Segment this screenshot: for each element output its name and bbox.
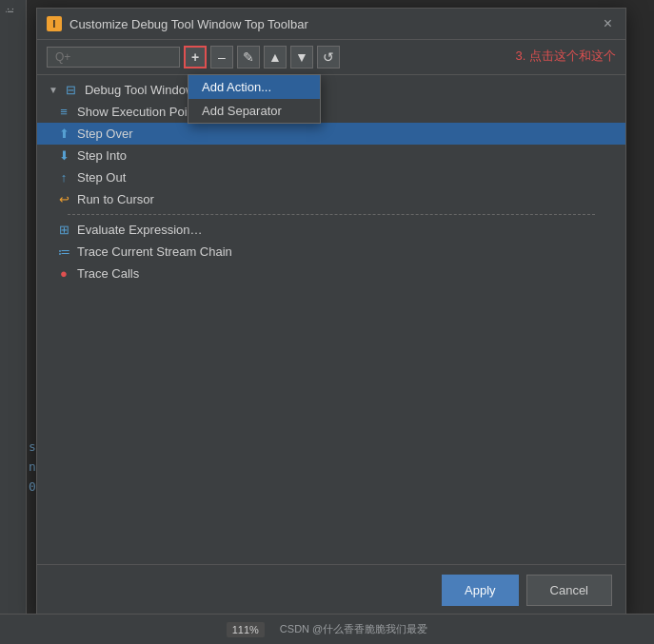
tree-item-trace-chain-label: Trace Current Stream Chain xyxy=(77,244,232,259)
left-sidebar-strip: i: xyxy=(0,0,27,644)
step-into-icon: ⬇ xyxy=(56,148,71,163)
apply-button[interactable]: Apply xyxy=(442,575,519,606)
edit-button[interactable]: ✎ xyxy=(237,46,260,68)
move-down-button[interactable]: ▼ xyxy=(290,46,313,68)
csdn-watermark: CSDN @什么香香脆脆我们最爱 xyxy=(280,622,427,636)
zoom-level: 111% xyxy=(227,622,265,637)
trace-calls-icon: ● xyxy=(56,266,71,281)
reset-button[interactable]: ↺ xyxy=(317,46,340,68)
tree-item-evaluate-expression[interactable]: ⊞ Evaluate Expression… xyxy=(37,219,625,241)
move-up-button[interactable]: ▲ xyxy=(264,46,287,68)
tree-item-step-out-label: Step Out xyxy=(77,170,126,185)
dropdown-item-add-separator[interactable]: Add Separator xyxy=(188,99,320,123)
tree-item-run-to-cursor-label: Run to Cursor xyxy=(77,192,154,206)
bottom-taskbar: 111% CSDN @什么香香脆脆我们最爱 xyxy=(0,614,654,644)
step-over-icon: ⬆ xyxy=(56,127,71,141)
dropdown-item-add-action[interactable]: Add Action... xyxy=(188,75,320,99)
show-exec-icon: ≡ xyxy=(56,105,71,119)
dialog-title: Customize Debug Tool Window Top Toolbar xyxy=(69,17,592,31)
tree-item-trace-chain[interactable]: ≔ Trace Current Stream Chain xyxy=(37,241,625,263)
root-icon: ⊟ xyxy=(64,83,79,97)
app-icon: I xyxy=(47,16,62,31)
close-button[interactable]: × xyxy=(600,14,616,33)
tree-item-evaluate-expression-label: Evaluate Expression… xyxy=(77,223,203,237)
tree-item-step-into-label: Step Into xyxy=(77,148,127,163)
run-cursor-icon: ↩ xyxy=(56,192,71,206)
tree-item-step-over-label: Step Over xyxy=(77,127,133,141)
step-out-icon: ↑ xyxy=(56,170,71,185)
tree-item-step-over[interactable]: ⬆ Step Over xyxy=(37,123,625,145)
search-input[interactable] xyxy=(47,47,180,68)
remove-button[interactable]: – xyxy=(210,46,233,68)
tree-item-step-into[interactable]: ⬇ Step Into xyxy=(37,145,625,166)
tree-separator-1 xyxy=(68,214,595,215)
tree-item-show-execution-label: Show Execution Poi… xyxy=(77,105,200,119)
tree-item-trace-calls-label: Trace Calls xyxy=(77,266,139,281)
cancel-button[interactable]: Cancel xyxy=(526,575,612,606)
tree-area: ▼ ⊟ Debug Tool Window Top … ≡ Show Execu… xyxy=(37,75,625,564)
dialog-titlebar: I Customize Debug Tool Window Top Toolba… xyxy=(37,9,625,40)
add-button[interactable]: + xyxy=(184,46,207,68)
annotation-text: 3. 点击这个和这个 xyxy=(516,48,616,65)
add-dropdown-menu: Add Action... Add Separator xyxy=(188,74,321,124)
tree-root-item[interactable]: ▼ ⊟ Debug Tool Window Top … xyxy=(37,79,625,101)
dialog-footer: Apply Cancel xyxy=(37,564,625,615)
eval-icon: ⊞ xyxy=(56,223,71,237)
chevron-icon: ▼ xyxy=(49,85,58,95)
tree-item-step-out[interactable]: ↑ Step Out xyxy=(37,166,625,188)
sidebar-label: i: xyxy=(0,0,19,21)
trace-chain-icon: ≔ xyxy=(56,244,71,259)
tree-item-show-execution[interactable]: ≡ Show Execution Poi… xyxy=(37,101,625,123)
tree-item-run-to-cursor[interactable]: ↩ Run to Cursor xyxy=(37,188,625,210)
toolbar-area: + – ✎ ▲ ▼ ↺ 3. 点击这个和这个 Add Action... Add… xyxy=(37,40,625,75)
tree-item-trace-calls[interactable]: ● Trace Calls xyxy=(37,263,625,284)
customize-dialog: I Customize Debug Tool Window Top Toolba… xyxy=(36,8,626,616)
